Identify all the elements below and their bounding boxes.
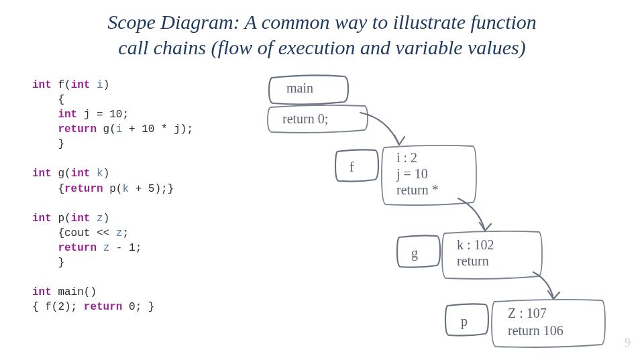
hand-main-label: main <box>286 80 313 95</box>
hand-g-k: k : 102 <box>457 237 494 252</box>
page-number: 9 <box>625 336 631 350</box>
hand-f-j: j = 10 <box>396 166 428 182</box>
slide: Scope Diagram: A common way to illustrat… <box>0 0 644 362</box>
hand-g-label: g <box>411 245 418 261</box>
code-block: int f(int i) { int j = 10; return g(i + … <box>32 78 193 314</box>
hand-p-label: p <box>461 314 468 329</box>
hand-f-i: i : 2 <box>396 150 417 165</box>
hand-p-ret: return 106 <box>508 323 564 338</box>
title-line-1: Scope Diagram: A common way to illustrat… <box>107 11 537 33</box>
title-line-2: call chains (flow of execution and varia… <box>118 36 525 58</box>
scope-diagram-drawing: main return 0; f i : 2 j = 10 return * g… <box>265 72 627 354</box>
hand-p-z: Z : 107 <box>508 306 547 320</box>
kw-int: int <box>32 79 52 91</box>
hand-f-ret: return * <box>396 182 439 197</box>
hand-f-label: f <box>350 160 354 174</box>
hand-g-ret: return <box>457 253 489 268</box>
hand-main-return: return 0; <box>282 111 328 126</box>
slide-title: Scope Diagram: A common way to illustrat… <box>27 9 617 60</box>
